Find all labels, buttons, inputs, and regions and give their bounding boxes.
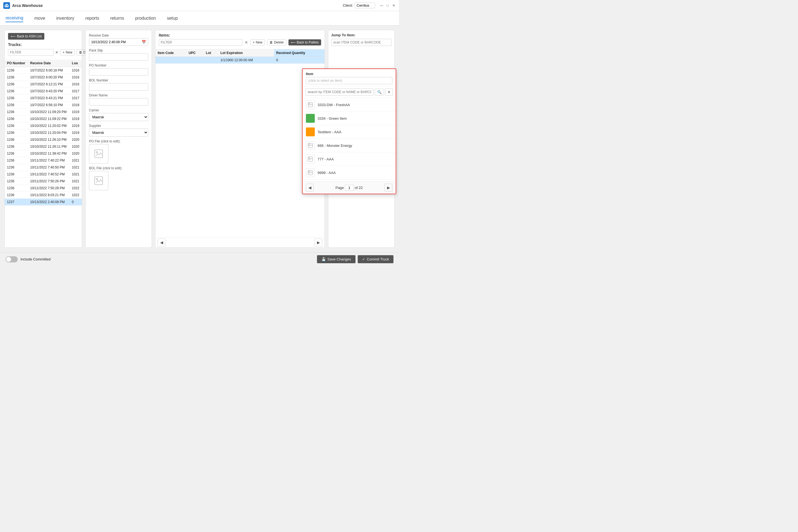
truck-loa-cell: 1016 xyxy=(70,81,82,88)
list-item[interactable]: 666 - Monster Energy xyxy=(303,139,396,152)
client-dropdown[interactable]: Cerritus xyxy=(355,2,375,8)
item-search-row: 🔍 ✕ xyxy=(303,86,396,98)
app-icon xyxy=(3,2,10,9)
bol-file-group: BOL File (click to edit): xyxy=(89,166,148,190)
driver-name-label: Driver Name xyxy=(89,93,148,97)
trucks-new-button[interactable]: + New xyxy=(60,49,75,55)
minimize-button[interactable]: — xyxy=(380,4,383,7)
nav-item-returns[interactable]: returns xyxy=(110,15,124,22)
nav-item-move[interactable]: move xyxy=(34,15,45,22)
items-filter-clear-icon[interactable]: ✕ xyxy=(245,40,248,44)
po-file-group: PO File (click to edit): xyxy=(89,139,148,164)
item-click-hint[interactable]: (click to select an item) xyxy=(306,77,392,84)
table-row[interactable]: 1236 10/11/2022 8:03:21 PM 1022 xyxy=(5,192,82,199)
table-row[interactable]: 1236 10/10/2022 11:26:11 PM 1020 xyxy=(5,143,82,150)
item-name: TestItem - AAA xyxy=(318,130,341,134)
list-item[interactable]: TestItem - AAA xyxy=(303,125,396,139)
truck-date-cell: 10/11/2022 7:40:50 PM xyxy=(28,164,70,171)
item-next-page-button[interactable]: ▶ xyxy=(385,184,392,191)
checkmark-icon: ✓ xyxy=(362,257,365,261)
bol-number-input[interactable] xyxy=(89,83,148,91)
table-row[interactable]: 1236 10/10/2022 11:09:22 PM 1019 xyxy=(5,116,82,122)
table-row[interactable]: 1236 10/11/2022 7:50:26 PM 1021 xyxy=(5,178,82,185)
list-item[interactable]: 3333-DW - FreshAA xyxy=(303,98,396,112)
nav-item-production[interactable]: production xyxy=(135,15,156,22)
item-qty-cell: 0 xyxy=(274,57,324,64)
truck-date-cell: 10/7/2022 6:43:20 PM xyxy=(28,88,70,95)
receive-date-input-wrapper: 📅 xyxy=(89,38,148,46)
table-row[interactable]: 1236 10/11/2022 7:40:52 PM 1021 xyxy=(5,171,82,178)
items-trash-icon: 🗑 xyxy=(270,40,273,44)
table-row[interactable]: 1236 10/11/2022 7:40:50 PM 1021 xyxy=(5,164,82,171)
item-search-input[interactable] xyxy=(305,89,374,96)
table-row[interactable]: 1236 10/10/2022 11:20:04 PM 1019 xyxy=(5,129,82,136)
client-selector: Client: Cerritus xyxy=(343,2,375,8)
include-committed-toggle[interactable] xyxy=(5,256,18,262)
truck-date-cell: 10/11/2022 7:40:52 PM xyxy=(28,171,70,178)
table-row[interactable]: 1236 10/7/2022 6:43:21 PM 1017 xyxy=(5,95,82,102)
truck-date-cell: 10/10/2022 11:20:04 PM xyxy=(28,129,70,136)
po-file-upload[interactable] xyxy=(89,144,108,164)
pack-slip-input[interactable] xyxy=(89,53,148,61)
table-row[interactable]: 1236 10/7/2022 6:00:20 PM 1016 xyxy=(5,74,82,81)
item-lot-exp-cell: 1/1/1900 12:00:00 AM xyxy=(218,57,274,64)
table-row[interactable]: 1236 10/10/2022 11:38:42 PM 1020 xyxy=(5,150,82,157)
list-item[interactable]: 3334 - Green Item xyxy=(303,112,396,125)
table-row[interactable]: 1236 10/11/2022 7:40:22 PM 1021 xyxy=(5,157,82,164)
item-page-number-input[interactable] xyxy=(345,185,354,191)
item-list: 3333-DW - FreshAA 3334 - Green Item Test… xyxy=(303,98,396,181)
table-row[interactable]: 1237 10/13/2022 2:40:08 PM 0 xyxy=(5,199,82,206)
list-item[interactable]: 9999 - AAA xyxy=(303,166,396,179)
driver-name-input[interactable]: Sally xyxy=(89,98,148,106)
item-search-clear-button[interactable]: ✕ xyxy=(385,89,393,96)
list-item[interactable]: 777 - AAA xyxy=(303,152,396,166)
items-scroll-right[interactable]: ▶ xyxy=(315,239,322,246)
supplier-select[interactable]: Maersk xyxy=(89,129,148,137)
truck-loa-cell: 1018 xyxy=(70,102,82,109)
trucks-filter-input[interactable] xyxy=(8,49,54,56)
table-row[interactable]: 1236 10/11/2022 7:50:28 PM 1022 xyxy=(5,185,82,192)
truck-date-cell: 10/10/2022 11:09:22 PM xyxy=(28,116,70,122)
table-row[interactable]: 1236 10/10/2022 11:26:10 PM 1020 xyxy=(5,136,82,143)
receive-date-input[interactable] xyxy=(89,39,140,45)
trucks-table-body: 1236 10/7/2022 6:00:18 PM 1016 1236 10/7… xyxy=(5,67,82,206)
item-page-info: Page of 22 xyxy=(336,185,363,191)
calendar-icon[interactable]: 📅 xyxy=(140,39,148,45)
trucks-filter-clear-icon[interactable]: ✕ xyxy=(55,50,58,55)
table-row[interactable]: 1236 10/10/2022 11:09:20 PM 1019 xyxy=(5,109,82,116)
carrier-select[interactable]: Maersk xyxy=(89,113,148,121)
trucks-col-loa: Loa xyxy=(70,60,82,67)
nav-item-reports[interactable]: reports xyxy=(86,15,99,22)
table-row[interactable]: 1236 10/7/2022 6:43:20 PM 1017 xyxy=(5,88,82,95)
bol-file-upload[interactable] xyxy=(89,171,108,190)
po-number-input[interactable]: 1237 xyxy=(89,68,148,76)
back-to-asn-button[interactable]: ⟵ Back to ASN List xyxy=(8,33,44,40)
plus-icon: + xyxy=(63,51,64,54)
table-row[interactable]: 1236 10/7/2022 6:00:18 PM 1016 xyxy=(5,67,82,74)
truck-date-cell: 10/10/2022 11:26:11 PM xyxy=(28,143,70,150)
back-to-pallets-button[interactable]: ⟵ Back to Pallets xyxy=(288,39,321,45)
items-scroll-left[interactable]: ◀ xyxy=(158,239,166,246)
nav-item-setup[interactable]: setup xyxy=(167,15,177,22)
maximize-button[interactable]: □ xyxy=(386,4,390,7)
truck-po-cell: 1236 xyxy=(5,122,28,129)
truck-loa-cell: 1020 xyxy=(70,143,82,150)
table-row[interactable]: 1236 10/7/2022 6:12:21 PM 1016 xyxy=(5,81,82,88)
item-prev-page-button[interactable]: ◀ xyxy=(306,184,314,191)
save-changes-button[interactable]: 💾 Save Changes xyxy=(317,255,356,263)
items-filter-input[interactable] xyxy=(159,39,243,46)
item-search-button[interactable]: 🔍 xyxy=(375,89,384,96)
nav-item-receiving[interactable]: receiving xyxy=(5,14,23,22)
items-new-button[interactable]: + New xyxy=(250,39,265,45)
commit-truck-button[interactable]: ✓ Commit Truck xyxy=(358,255,394,263)
table-row[interactable]: 1/1/1900 12:00:00 AM 0 xyxy=(155,57,324,64)
close-button[interactable]: ✕ xyxy=(392,4,396,7)
table-row[interactable]: 1236 10/10/2022 11:20:02 PM 1019 xyxy=(5,122,82,129)
nav-item-inventory[interactable]: inventory xyxy=(56,15,74,22)
items-col-qty: Received Quantity xyxy=(274,49,324,57)
po-file-label: PO File (click to edit): xyxy=(89,139,148,143)
items-delete-button[interactable]: 🗑 Delete xyxy=(267,39,286,45)
table-row[interactable]: 1236 10/7/2022 6:56:10 PM 1018 xyxy=(5,102,82,109)
jump-to-item-input[interactable] xyxy=(331,39,392,46)
item-thumb xyxy=(306,128,315,136)
